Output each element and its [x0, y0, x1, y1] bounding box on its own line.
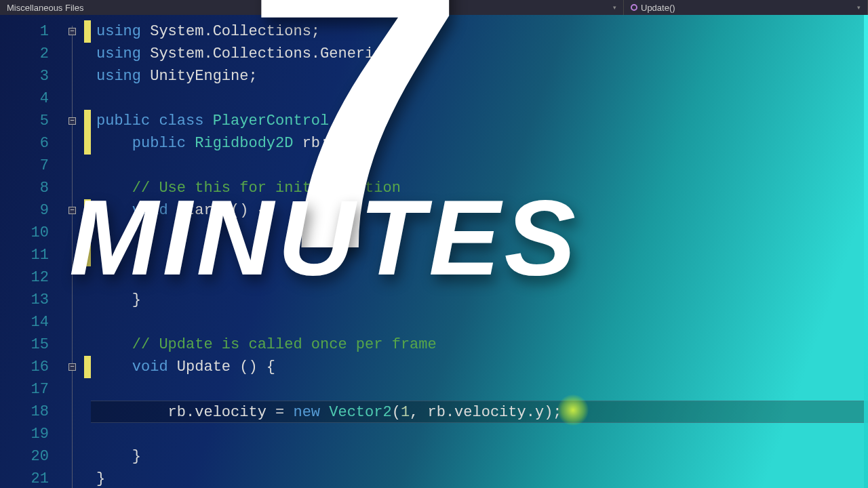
code-line[interactable]: using System.Collections.Generic; — [91, 43, 868, 65]
nav-class-label: PlayerControls — [330, 3, 388, 13]
navigation-bar: Miscellaneous Files ▾ PlayerControls ▾ U… — [0, 0, 868, 15]
line-number-gutter[interactable]: 123456789101112131415161718192021 — [0, 15, 61, 488]
code-line[interactable] — [91, 423, 868, 445]
fold-toggle[interactable]: − — [68, 207, 76, 214]
modification-marker — [84, 289, 91, 311]
fold-toggle[interactable]: − — [68, 363, 76, 371]
modification-marker — [84, 378, 91, 401]
nav-scope-dropdown[interactable]: Miscellaneous Files ▾ — [0, 0, 312, 15]
chevron-down-icon: ▾ — [301, 4, 304, 11]
nav-scope-label: Miscellaneous Files — [7, 3, 83, 13]
modification-marker — [84, 266, 91, 289]
code-line[interactable]: public Rigidbody2D rb; — [91, 132, 868, 155]
line-number: 13 — [0, 289, 61, 311]
code-line[interactable]: // Use this for initialization — [91, 177, 868, 199]
line-number: 19 — [0, 423, 61, 445]
code-line[interactable] — [91, 378, 868, 401]
line-number: 3 — [0, 65, 61, 87]
line-number: 12 — [0, 266, 61, 289]
code-line[interactable] — [91, 311, 868, 333]
modification-marker — [84, 333, 91, 356]
code-line[interactable]: rb.velocity = new Vector2(1, rb.velocity… — [91, 401, 868, 423]
modification-marker — [84, 199, 91, 222]
line-number: 2 — [0, 43, 61, 65]
modification-marker — [84, 244, 91, 266]
line-number: 10 — [0, 222, 61, 244]
modification-marker — [84, 87, 91, 110]
code-line[interactable] — [91, 87, 868, 110]
code-line[interactable]: using UnityEngine; — [91, 65, 868, 87]
modification-marker — [84, 155, 91, 177]
modification-marker — [84, 445, 91, 468]
code-line[interactable]: public class PlayerControl — [91, 110, 868, 132]
modification-marker — [84, 222, 91, 244]
line-number: 15 — [0, 333, 61, 356]
code-line[interactable]: void Start () { — [91, 199, 868, 222]
modification-marker — [84, 356, 91, 378]
modification-marker — [84, 110, 91, 132]
code-line[interactable]: // Update is called once per frame — [91, 333, 868, 356]
code-area[interactable]: using System.Collections;using System.Co… — [91, 15, 868, 488]
code-line[interactable]: } — [91, 445, 868, 468]
modification-marker — [84, 43, 91, 65]
fold-toggle[interactable]: − — [68, 28, 76, 35]
line-number: 8 — [0, 177, 61, 199]
line-number: 1 — [0, 20, 61, 43]
code-line[interactable]: using System.Collections; — [91, 20, 868, 43]
modification-marker — [84, 132, 91, 155]
modification-marker — [84, 468, 91, 488]
code-line[interactable] — [91, 155, 868, 177]
code-line[interactable] — [91, 222, 868, 244]
fold-gutter[interactable]: −−−− — [61, 15, 84, 488]
fold-toggle[interactable]: − — [68, 117, 76, 125]
chevron-down-icon: ▾ — [857, 4, 861, 11]
code-line[interactable]: } — [91, 468, 868, 488]
modification-marker — [84, 311, 91, 333]
code-editor[interactable]: 123456789101112131415161718192021 −−−− u… — [0, 15, 868, 488]
line-number: 21 — [0, 468, 61, 488]
line-number: 17 — [0, 378, 61, 401]
modification-marker — [84, 65, 91, 87]
line-number: 7 — [0, 155, 61, 177]
code-line[interactable]: } — [91, 289, 868, 311]
modification-marker — [84, 401, 91, 423]
nav-method-label: Update() — [641, 3, 675, 13]
nav-class-dropdown[interactable]: PlayerControls ▾ — [312, 0, 624, 15]
method-icon — [631, 4, 637, 11]
modification-gutter — [84, 15, 91, 488]
modification-marker — [84, 423, 91, 445]
fold-guide-line — [72, 26, 73, 488]
code-line[interactable] — [91, 244, 868, 266]
line-number: 5 — [0, 110, 61, 132]
chevron-down-icon: ▾ — [613, 4, 616, 11]
line-number: 14 — [0, 311, 61, 333]
class-icon — [319, 3, 327, 12]
line-number: 20 — [0, 445, 61, 468]
code-line[interactable]: void Update () { — [91, 356, 868, 378]
line-number: 9 — [0, 199, 61, 222]
right-edge-highlight — [864, 15, 868, 488]
modification-marker — [84, 20, 91, 43]
modification-marker — [84, 177, 91, 199]
line-number: 16 — [0, 356, 61, 378]
nav-method-dropdown[interactable]: Update() ▾ — [624, 0, 868, 15]
code-line[interactable] — [91, 266, 868, 289]
line-number: 18 — [0, 401, 61, 423]
line-number: 6 — [0, 132, 61, 155]
line-number: 4 — [0, 87, 61, 110]
line-number: 11 — [0, 244, 61, 266]
